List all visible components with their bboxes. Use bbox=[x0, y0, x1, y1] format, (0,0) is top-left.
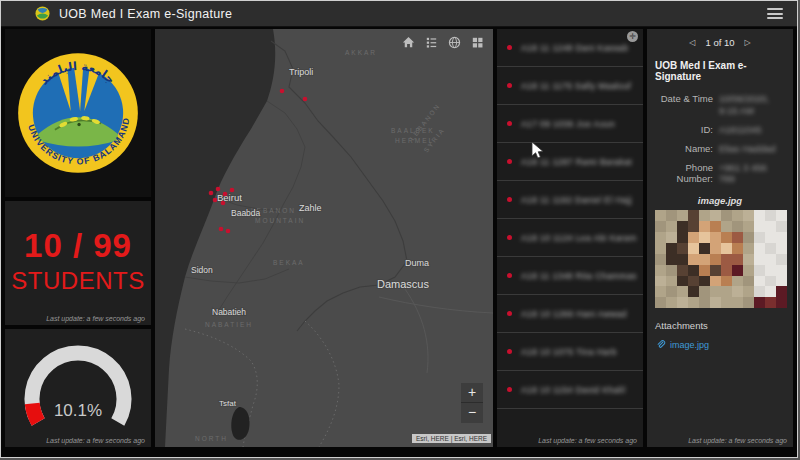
photo-pixel bbox=[655, 265, 666, 276]
map-toolbar bbox=[401, 35, 485, 50]
map-city-label: Damascus bbox=[377, 278, 429, 290]
list-item[interactable]: A18 10 1154 David Khalil bbox=[497, 371, 643, 409]
overview-grid-icon[interactable] bbox=[470, 35, 485, 50]
photo-pixel bbox=[710, 276, 721, 287]
students-count-label: STUDENTS bbox=[5, 267, 151, 295]
photo-pixel bbox=[699, 297, 710, 308]
signature-location-dot[interactable] bbox=[213, 198, 218, 203]
list-item-label: A18 11 1248 Dani Kassab bbox=[521, 43, 628, 53]
next-page-icon[interactable]: ▷ bbox=[745, 38, 751, 47]
photo-pixel bbox=[743, 221, 754, 232]
photo-pixel bbox=[710, 210, 721, 221]
photo-pixel bbox=[710, 232, 721, 243]
photo-pixel bbox=[743, 232, 754, 243]
map-city-label: Duma bbox=[405, 258, 429, 268]
list-item[interactable]: A17 09 1036 Joe Aoun bbox=[497, 105, 643, 143]
photo-pixel bbox=[721, 221, 732, 232]
list-item-label: A18 11 1192 Daniel El Hajj bbox=[521, 195, 632, 205]
attachment-link[interactable]: image.jpg bbox=[655, 339, 785, 350]
zoom-in-button[interactable]: + bbox=[461, 383, 483, 403]
photo-pixel bbox=[721, 254, 732, 265]
photo-pixel bbox=[776, 254, 787, 265]
photo-pixel bbox=[776, 243, 787, 254]
map-region-label: BEKAA bbox=[273, 259, 305, 266]
photo-pixel bbox=[666, 221, 677, 232]
university-of-balamand-logo: UNIVERSITY OF BALAMAND جامعة البلمند bbox=[15, 50, 141, 176]
photo-pixel bbox=[743, 210, 754, 221]
scroll-top-icon[interactable]: ✛ bbox=[627, 31, 638, 42]
signature-location-dot[interactable] bbox=[209, 191, 214, 196]
prev-page-icon[interactable]: ◁ bbox=[689, 38, 695, 47]
basemap-icon[interactable] bbox=[447, 35, 462, 50]
photo-pixel bbox=[688, 276, 699, 287]
photo-pixel bbox=[655, 276, 666, 287]
menu-icon[interactable] bbox=[767, 8, 783, 20]
map-region-label: AKKAR bbox=[345, 49, 377, 56]
photo-pixel bbox=[699, 265, 710, 276]
signature-location-dot[interactable] bbox=[219, 227, 224, 232]
photo-pixel bbox=[765, 254, 776, 265]
photo-pixel bbox=[688, 210, 699, 221]
students-count-panel: 10 / 99 STUDENTS Last update: a few seco… bbox=[5, 201, 151, 325]
zoom-out-button[interactable]: − bbox=[461, 403, 483, 423]
left-column: UNIVERSITY OF BALAMAND جامعة البلمند 10 … bbox=[5, 29, 151, 447]
photo-pixel bbox=[688, 221, 699, 232]
photo-pixel bbox=[699, 276, 710, 287]
home-icon[interactable] bbox=[401, 35, 416, 50]
map-city-label: Zahle bbox=[299, 203, 322, 213]
list-item[interactable]: A18 11 1192 Daniel El Hajj bbox=[497, 181, 643, 219]
photo-pixel bbox=[754, 265, 765, 276]
list-item[interactable]: A18 11 1248 Dani Kassab bbox=[497, 29, 643, 67]
photo-pixel bbox=[743, 297, 754, 308]
list-item[interactable]: A18 11 1348 Rita Chammas bbox=[497, 257, 643, 295]
legend-icon[interactable] bbox=[424, 35, 439, 50]
photo-pixel bbox=[677, 254, 688, 265]
list-item-label: A18 11 1175 Sally Maalouf bbox=[521, 81, 631, 91]
photo-pixel bbox=[776, 276, 787, 287]
signature-location-dot[interactable] bbox=[280, 89, 285, 94]
photo-pixel bbox=[655, 286, 666, 297]
signature-location-dot[interactable] bbox=[230, 188, 235, 193]
signature-location-dot[interactable] bbox=[226, 229, 231, 234]
photo-pixel bbox=[710, 297, 721, 308]
photo-pixel bbox=[721, 297, 732, 308]
status-dot-icon bbox=[507, 83, 512, 88]
status-dot-icon bbox=[507, 387, 512, 392]
photo-pixel bbox=[765, 265, 776, 276]
signature-location-dot[interactable] bbox=[223, 192, 228, 197]
list-item[interactable]: A18 10 1266 Hani Awwad bbox=[497, 295, 643, 333]
photo-pixel bbox=[732, 243, 743, 254]
photo-pixel bbox=[688, 254, 699, 265]
photo-pixel bbox=[754, 276, 765, 287]
photo-pixel bbox=[732, 232, 743, 243]
signature-location-dot[interactable] bbox=[303, 97, 308, 102]
dashboard: UOB Med I Exam e-Signature bbox=[0, 0, 798, 458]
photo-pixel bbox=[710, 254, 721, 265]
photo-pixel bbox=[688, 286, 699, 297]
list-item[interactable]: A18 10 1124 Lea Abi Karam bbox=[497, 219, 643, 257]
map-city-label: Baabda bbox=[231, 208, 261, 218]
photo-pixel bbox=[765, 232, 776, 243]
signature-location-dot[interactable] bbox=[216, 187, 221, 192]
lebanon-map[interactable]: AKKARBAALBEKHERMELLEBANONSYRIALEBANONMOU… bbox=[155, 29, 493, 447]
photo-pixel bbox=[721, 210, 732, 221]
university-logo-panel: UNIVERSITY OF BALAMAND جامعة البلمند bbox=[5, 29, 151, 197]
detail-fields: Date & Time10/06/2020, 9:15 AMID:A181104… bbox=[655, 93, 785, 185]
paperclip-icon bbox=[655, 339, 666, 350]
map-city-label: Beirut bbox=[217, 192, 242, 203]
image-filename-label: image.jpg bbox=[655, 195, 785, 206]
photo-pixel bbox=[776, 221, 787, 232]
photo-pixel bbox=[666, 232, 677, 243]
list-item[interactable]: A18 11 1175 Sally Maalouf bbox=[497, 67, 643, 105]
map-attribution: Esri, HERE | Esri, HERE bbox=[412, 434, 491, 443]
photo-pixel bbox=[699, 221, 710, 232]
list-item[interactable]: A18 10 1075 Tina Harb bbox=[497, 333, 643, 371]
list-item[interactable]: A18 11 1287 Rami Barakat bbox=[497, 143, 643, 181]
dashboard-body: UNIVERSITY OF BALAMAND جامعة البلمند 10 … bbox=[5, 29, 793, 447]
photo-pixel bbox=[754, 243, 765, 254]
photo-pixel bbox=[666, 276, 677, 287]
map-panel[interactable]: AKKARBAALBEKHERMELLEBANONSYRIALEBANONMOU… bbox=[155, 29, 493, 447]
photo-pixel bbox=[655, 243, 666, 254]
signature-location-dot[interactable] bbox=[221, 201, 226, 206]
status-dot-icon bbox=[507, 121, 512, 126]
